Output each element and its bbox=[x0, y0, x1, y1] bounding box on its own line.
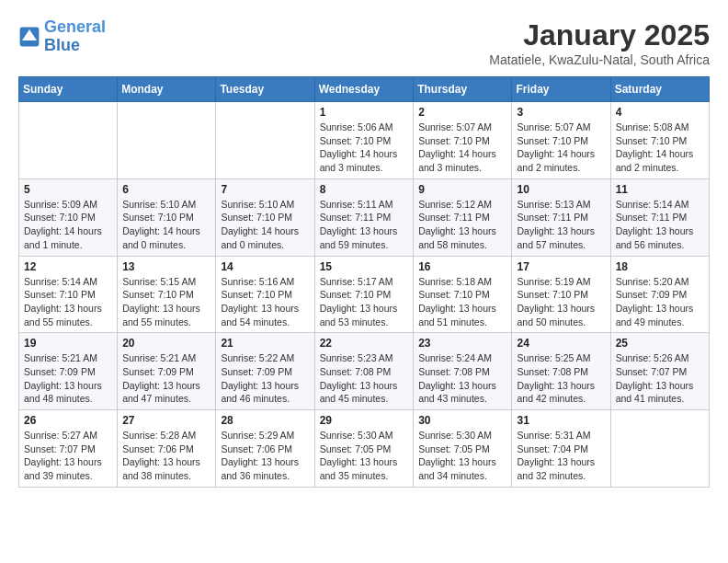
logo-text: General Blue bbox=[44, 18, 106, 55]
weekday-header: Friday bbox=[512, 77, 610, 102]
weekday-header: Wednesday bbox=[314, 77, 414, 102]
calendar-header-row: SundayMondayTuesdayWednesdayThursdayFrid… bbox=[19, 77, 710, 102]
calendar-week-row: 19Sunrise: 5:21 AMSunset: 7:09 PMDayligh… bbox=[19, 333, 710, 410]
day-number: 3 bbox=[517, 106, 605, 119]
calendar-week-row: 26Sunrise: 5:27 AMSunset: 7:07 PMDayligh… bbox=[19, 410, 710, 488]
calendar-day: 17Sunrise: 5:19 AMSunset: 7:10 PMDayligh… bbox=[512, 256, 610, 333]
calendar-day: 3Sunrise: 5:07 AMSunset: 7:10 PMDaylight… bbox=[512, 102, 610, 179]
title-block: January 2025 Matatiele, KwaZulu-Natal, S… bbox=[489, 18, 710, 67]
day-info: Sunrise: 5:16 AMSunset: 7:10 PMDaylight:… bbox=[221, 275, 309, 329]
calendar-day: 18Sunrise: 5:20 AMSunset: 7:09 PMDayligh… bbox=[610, 256, 709, 333]
day-info: Sunrise: 5:31 AMSunset: 7:04 PMDaylight:… bbox=[517, 429, 605, 483]
day-info: Sunrise: 5:14 AMSunset: 7:11 PMDaylight:… bbox=[616, 198, 704, 252]
day-info: Sunrise: 5:18 AMSunset: 7:10 PMDaylight:… bbox=[418, 275, 506, 329]
day-number: 9 bbox=[418, 183, 506, 196]
calendar-day: 23Sunrise: 5:24 AMSunset: 7:08 PMDayligh… bbox=[414, 333, 512, 410]
day-number: 2 bbox=[418, 106, 506, 119]
day-number: 4 bbox=[616, 106, 704, 119]
day-info: Sunrise: 5:08 AMSunset: 7:10 PMDaylight:… bbox=[616, 121, 704, 175]
calendar-day: 5Sunrise: 5:09 AMSunset: 7:10 PMDaylight… bbox=[19, 178, 118, 256]
day-number: 28 bbox=[221, 414, 309, 427]
day-info: Sunrise: 5:06 AMSunset: 7:10 PMDaylight:… bbox=[320, 121, 409, 175]
day-info: Sunrise: 5:14 AMSunset: 7:10 PMDaylight:… bbox=[24, 275, 112, 329]
day-info: Sunrise: 5:11 AMSunset: 7:11 PMDaylight:… bbox=[320, 198, 409, 252]
day-info: Sunrise: 5:17 AMSunset: 7:10 PMDaylight:… bbox=[320, 275, 409, 329]
calendar-empty bbox=[216, 102, 314, 179]
day-number: 17 bbox=[517, 260, 605, 273]
day-info: Sunrise: 5:15 AMSunset: 7:10 PMDaylight:… bbox=[122, 275, 210, 329]
day-info: Sunrise: 5:20 AMSunset: 7:09 PMDaylight:… bbox=[616, 275, 704, 329]
day-info: Sunrise: 5:22 AMSunset: 7:09 PMDaylight:… bbox=[221, 351, 309, 406]
day-info: Sunrise: 5:10 AMSunset: 7:10 PMDaylight:… bbox=[122, 198, 210, 252]
calendar-day: 7Sunrise: 5:10 AMSunset: 7:10 PMDaylight… bbox=[216, 178, 314, 256]
calendar-empty bbox=[610, 410, 709, 488]
calendar-day: 14Sunrise: 5:16 AMSunset: 7:10 PMDayligh… bbox=[216, 256, 314, 333]
page-header: General Blue January 2025 Matatiele, Kwa… bbox=[18, 18, 710, 67]
day-info: Sunrise: 5:10 AMSunset: 7:10 PMDaylight:… bbox=[221, 198, 309, 252]
day-info: Sunrise: 5:27 AMSunset: 7:07 PMDaylight:… bbox=[24, 429, 112, 483]
day-number: 19 bbox=[24, 337, 112, 350]
day-number: 14 bbox=[221, 260, 309, 273]
day-number: 31 bbox=[517, 414, 605, 427]
day-info: Sunrise: 5:30 AMSunset: 7:05 PMDaylight:… bbox=[418, 429, 506, 483]
day-info: Sunrise: 5:24 AMSunset: 7:08 PMDaylight:… bbox=[418, 351, 506, 406]
day-number: 30 bbox=[418, 414, 506, 427]
day-info: Sunrise: 5:21 AMSunset: 7:09 PMDaylight:… bbox=[24, 351, 112, 406]
day-info: Sunrise: 5:28 AMSunset: 7:06 PMDaylight:… bbox=[122, 429, 210, 483]
day-info: Sunrise: 5:12 AMSunset: 7:11 PMDaylight:… bbox=[418, 198, 506, 252]
calendar-day: 28Sunrise: 5:29 AMSunset: 7:06 PMDayligh… bbox=[216, 410, 314, 488]
day-info: Sunrise: 5:30 AMSunset: 7:05 PMDaylight:… bbox=[320, 429, 409, 483]
day-number: 12 bbox=[24, 260, 112, 273]
month-title: January 2025 bbox=[489, 18, 710, 52]
day-number: 27 bbox=[122, 414, 210, 427]
day-info: Sunrise: 5:07 AMSunset: 7:10 PMDaylight:… bbox=[418, 121, 506, 175]
day-info: Sunrise: 5:19 AMSunset: 7:10 PMDaylight:… bbox=[517, 275, 605, 329]
day-info: Sunrise: 5:23 AMSunset: 7:08 PMDaylight:… bbox=[320, 351, 409, 406]
day-number: 5 bbox=[24, 183, 112, 196]
calendar-day: 29Sunrise: 5:30 AMSunset: 7:05 PMDayligh… bbox=[314, 410, 414, 488]
day-number: 10 bbox=[517, 183, 605, 196]
calendar-day: 25Sunrise: 5:26 AMSunset: 7:07 PMDayligh… bbox=[610, 333, 709, 410]
day-info: Sunrise: 5:07 AMSunset: 7:10 PMDaylight:… bbox=[517, 121, 605, 175]
day-number: 26 bbox=[24, 414, 112, 427]
calendar-day: 22Sunrise: 5:23 AMSunset: 7:08 PMDayligh… bbox=[314, 333, 414, 410]
weekday-header: Sunday bbox=[19, 77, 118, 102]
day-info: Sunrise: 5:25 AMSunset: 7:08 PMDaylight:… bbox=[517, 351, 605, 406]
calendar-day: 16Sunrise: 5:18 AMSunset: 7:10 PMDayligh… bbox=[414, 256, 512, 333]
calendar-day: 13Sunrise: 5:15 AMSunset: 7:10 PMDayligh… bbox=[118, 256, 216, 333]
calendar-day: 21Sunrise: 5:22 AMSunset: 7:09 PMDayligh… bbox=[216, 333, 314, 410]
day-number: 29 bbox=[320, 414, 409, 427]
calendar-day: 10Sunrise: 5:13 AMSunset: 7:11 PMDayligh… bbox=[512, 178, 610, 256]
day-number: 23 bbox=[418, 337, 506, 350]
day-number: 6 bbox=[122, 183, 210, 196]
day-info: Sunrise: 5:13 AMSunset: 7:11 PMDaylight:… bbox=[517, 198, 605, 252]
day-number: 13 bbox=[122, 260, 210, 273]
day-number: 21 bbox=[221, 337, 309, 350]
calendar-day: 1Sunrise: 5:06 AMSunset: 7:10 PMDaylight… bbox=[314, 102, 414, 179]
calendar-day: 24Sunrise: 5:25 AMSunset: 7:08 PMDayligh… bbox=[512, 333, 610, 410]
calendar-day: 4Sunrise: 5:08 AMSunset: 7:10 PMDaylight… bbox=[610, 102, 709, 179]
calendar-day: 2Sunrise: 5:07 AMSunset: 7:10 PMDaylight… bbox=[414, 102, 512, 179]
day-number: 16 bbox=[418, 260, 506, 273]
calendar-day: 26Sunrise: 5:27 AMSunset: 7:07 PMDayligh… bbox=[19, 410, 118, 488]
day-number: 25 bbox=[616, 337, 704, 350]
calendar-week-row: 1Sunrise: 5:06 AMSunset: 7:10 PMDaylight… bbox=[19, 102, 710, 179]
calendar-empty bbox=[19, 102, 118, 179]
weekday-header: Tuesday bbox=[216, 77, 314, 102]
day-number: 8 bbox=[320, 183, 409, 196]
day-info: Sunrise: 5:26 AMSunset: 7:07 PMDaylight:… bbox=[616, 351, 704, 406]
calendar-day: 12Sunrise: 5:14 AMSunset: 7:10 PMDayligh… bbox=[19, 256, 118, 333]
day-number: 11 bbox=[616, 183, 704, 196]
calendar-week-row: 12Sunrise: 5:14 AMSunset: 7:10 PMDayligh… bbox=[19, 256, 710, 333]
calendar-day: 8Sunrise: 5:11 AMSunset: 7:11 PMDaylight… bbox=[314, 178, 414, 256]
calendar-week-row: 5Sunrise: 5:09 AMSunset: 7:10 PMDaylight… bbox=[19, 178, 710, 256]
calendar-day: 20Sunrise: 5:21 AMSunset: 7:09 PMDayligh… bbox=[118, 333, 216, 410]
calendar-day: 11Sunrise: 5:14 AMSunset: 7:11 PMDayligh… bbox=[610, 178, 709, 256]
calendar-table: SundayMondayTuesdayWednesdayThursdayFrid… bbox=[18, 76, 710, 488]
day-number: 20 bbox=[122, 337, 210, 350]
logo: General Blue bbox=[18, 18, 106, 55]
calendar-day: 15Sunrise: 5:17 AMSunset: 7:10 PMDayligh… bbox=[314, 256, 414, 333]
calendar-day: 6Sunrise: 5:10 AMSunset: 7:10 PMDaylight… bbox=[118, 178, 216, 256]
day-number: 18 bbox=[616, 260, 704, 273]
location: Matatiele, KwaZulu-Natal, South Africa bbox=[489, 52, 710, 67]
